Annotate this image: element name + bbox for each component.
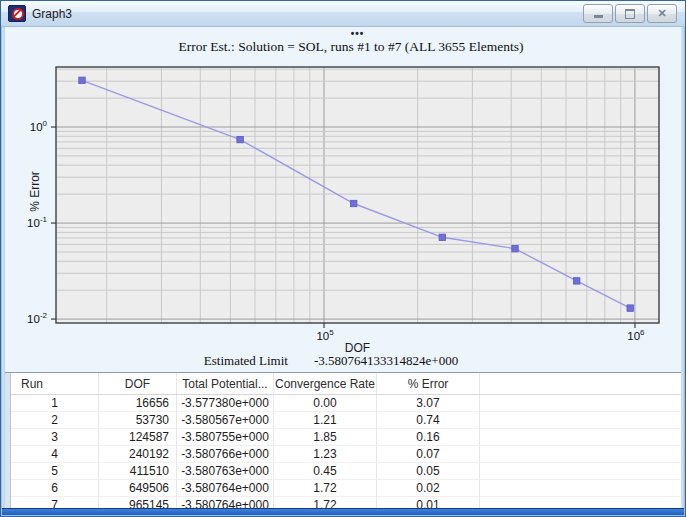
estimated-limit-row: Estimated Limit -3.580764133314824e+000 <box>1 353 661 369</box>
table-cell: -3.580766e+000 <box>177 446 274 462</box>
app-icon[interactable] <box>8 5 26 22</box>
table-cell: 1.72 <box>274 480 377 496</box>
svg-text:105: 105 <box>316 328 334 342</box>
column-header[interactable]: % Error <box>377 373 480 394</box>
table-row[interactable]: 116656-3.577380e+0000.003.07 <box>11 395 681 412</box>
table-cell: 240192 <box>99 446 177 462</box>
table-cell: 5 <box>11 463 99 479</box>
table-cell-filler <box>480 412 681 428</box>
column-header[interactable]: Convergence Rate <box>274 373 377 394</box>
table-cell: 0.00 <box>274 395 377 411</box>
window-title: Graph3 <box>32 7 72 21</box>
table-header-row: RunDOFTotal Potential...Convergence Rate… <box>11 373 681 395</box>
table-cell-filler <box>480 480 681 496</box>
column-header[interactable]: Total Potential... <box>177 373 274 394</box>
table-cell: 6 <box>11 480 99 496</box>
table-cell: -3.580764e+000 <box>177 480 274 496</box>
table-cell: 1.85 <box>274 429 377 445</box>
close-icon: ✕ <box>657 8 666 19</box>
table-cell: -3.580755e+000 <box>177 429 274 445</box>
table-cell: 1 <box>11 395 99 411</box>
column-header[interactable]: Run <box>11 373 99 394</box>
table-cell: 649506 <box>99 480 177 496</box>
table-row[interactable]: 6649506-3.580764e+0001.720.02 <box>11 480 681 497</box>
table-row[interactable]: 5411510-3.580763e+0000.450.05 <box>11 463 681 480</box>
table-row[interactable]: 3124587-3.580755e+0001.850.16 <box>11 429 681 446</box>
table-cell-filler <box>480 429 681 445</box>
chart-canvas[interactable]: 10510610010-110-2 <box>1 27 686 357</box>
results-table-body: 116656-3.577380e+0000.003.07253730-3.580… <box>11 395 681 514</box>
table-cell: 53730 <box>99 412 177 428</box>
table-cell: 1.23 <box>274 446 377 462</box>
svg-text:106: 106 <box>627 328 645 342</box>
table-cell: 124587 <box>99 429 177 445</box>
window-right-border <box>681 27 684 509</box>
results-table: RunDOFTotal Potential...Convergence Rate… <box>5 372 681 509</box>
table-cell: 2 <box>11 412 99 428</box>
table-cell: 0.07 <box>377 446 480 462</box>
table-cell-filler <box>480 463 681 479</box>
maximize-button[interactable] <box>615 4 645 23</box>
table-cell: 0.45 <box>274 463 377 479</box>
table-cell: 0.16 <box>377 429 480 445</box>
table-cell: 0.05 <box>377 463 480 479</box>
table-cell: 3.07 <box>377 395 480 411</box>
table-cell: 0.74 <box>377 412 480 428</box>
close-button[interactable]: ✕ <box>647 4 677 23</box>
window-left-border <box>2 27 5 509</box>
table-cell: 16656 <box>99 395 177 411</box>
minimize-button[interactable] <box>583 4 613 23</box>
minimize-icon <box>594 15 603 18</box>
table-row-gutter <box>5 373 11 509</box>
column-header[interactable]: DOF <box>99 373 177 394</box>
column-header-filler <box>480 373 681 394</box>
window-bottom-border <box>2 508 684 515</box>
window-controls: ✕ <box>583 4 685 23</box>
y-axis-label: % Error <box>28 112 43 272</box>
table-cell: -3.577380e+000 <box>177 395 274 411</box>
table-cell: 1.21 <box>274 412 377 428</box>
table-cell: 0.02 <box>377 480 480 496</box>
table-cell: -3.580763e+000 <box>177 463 274 479</box>
maximize-icon <box>625 9 635 19</box>
table-row[interactable]: 253730-3.580567e+0001.210.74 <box>11 412 681 429</box>
graph-window: Graph3 ✕ ••• Error Est.: Solution = SOL,… <box>0 0 686 517</box>
table-cell-filler <box>480 446 681 462</box>
table-cell: 411510 <box>99 463 177 479</box>
table-cell: -3.580567e+000 <box>177 412 274 428</box>
estimated-limit-value: -3.580764133314824e+000 <box>314 353 458 369</box>
chart-handle-dots[interactable]: ••• <box>56 28 659 39</box>
table-cell-filler <box>480 395 681 411</box>
chart-title: Error Est.: Solution = SOL, runs #1 to #… <box>41 39 661 55</box>
title-bar[interactable]: Graph3 ✕ <box>1 1 685 27</box>
table-row[interactable]: 4240192-3.580766e+0001.230.07 <box>11 446 681 463</box>
table-cell: 4 <box>11 446 99 462</box>
estimated-limit-label: Estimated Limit <box>204 353 288 369</box>
svg-text:10-2: 10-2 <box>27 311 47 325</box>
table-cell: 3 <box>11 429 99 445</box>
